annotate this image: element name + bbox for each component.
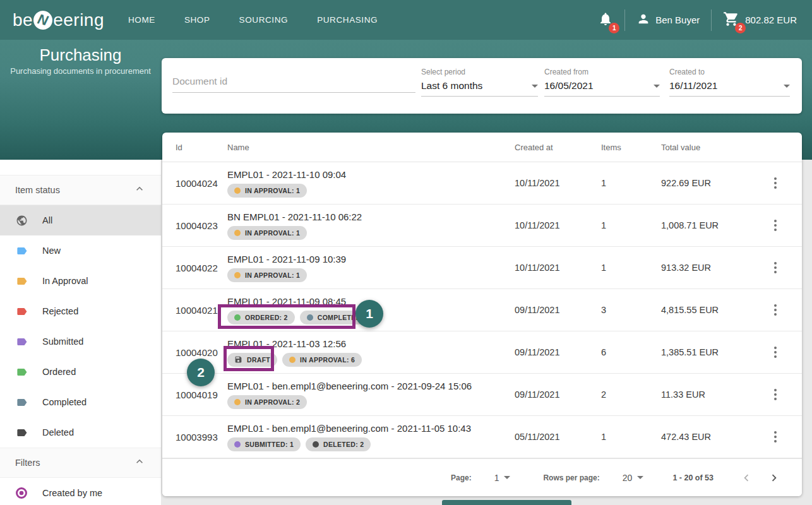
user-menu-button[interactable]: Ben Buyer — [636, 12, 700, 28]
logo-text-pre: be — [13, 10, 33, 30]
status-dot-icon — [234, 272, 241, 278]
row-menu-button[interactable] — [770, 216, 780, 235]
doc-id: 10004019 — [176, 389, 227, 400]
chevron-down-icon — [784, 85, 790, 88]
items-count: 3 — [601, 305, 661, 315]
doc-name: EMPL01 - 2021-11-09 10:39 — [227, 254, 515, 264]
person-icon — [636, 12, 650, 28]
notifications-button[interactable]: 1 — [598, 11, 613, 29]
notification-count-badge: 1 — [609, 23, 619, 33]
status-badge: IN APPROVAL: 1 — [227, 184, 307, 198]
status-badge: IN APPROVAL: 1 — [227, 226, 307, 240]
row-menu-button[interactable] — [770, 258, 780, 277]
table-row[interactable]: 10004019EMPL01 - ben.empl1@beneering.com… — [162, 374, 802, 416]
sidebar-item-label: Completed — [42, 397, 87, 407]
doc-id: 10004022 — [176, 263, 227, 273]
label-icon — [15, 365, 28, 378]
nav-menu: HOMESHOPSOURCINGPURCHASING — [128, 15, 378, 25]
cart-button[interactable]: 2 802.82 EUR — [723, 11, 797, 29]
nav-item-purchasing[interactable]: PURCHASING — [317, 15, 378, 25]
item-status-section-header[interactable]: Item status — [0, 175, 161, 205]
nav-item-shop[interactable]: SHOP — [184, 15, 210, 25]
logo-text-post: eering — [53, 10, 104, 30]
nav-item-home[interactable]: HOME — [128, 15, 155, 25]
rows-per-page-label: Rows per page: — [543, 473, 599, 482]
status-badge: IN APPROVAL: 1 — [227, 268, 307, 282]
annotation-callout-1: 1 — [355, 300, 383, 328]
table-row[interactable]: 10004024EMPL01 - 2021-11-10 09:04IN APPR… — [162, 162, 802, 205]
created-to-select[interactable]: Created to 16/11/2021 — [669, 68, 790, 97]
filters-section-header[interactable]: Filters — [0, 448, 161, 478]
period-value: Last 6 months — [421, 80, 482, 92]
status-badge: IN APPROVAL: 6 — [282, 353, 362, 367]
cart-total: 802.82 EUR — [745, 15, 797, 25]
total-value: 11.33 EUR — [661, 389, 762, 400]
prev-page-button[interactable] — [739, 470, 754, 485]
table-pagination: Page: 1 Rows per page: 20 1 - 20 of 53 — [162, 458, 802, 496]
sidebar-item-rejected[interactable]: Rejected — [0, 296, 161, 326]
sidebar-item-in-approval[interactable]: In Approval — [0, 266, 161, 296]
page-select[interactable]: 1 — [494, 473, 511, 483]
doc-id: 10004023 — [176, 220, 227, 231]
annotation-rect-2 — [224, 346, 274, 371]
sidebar-item-new[interactable]: New — [0, 235, 161, 266]
status-badge: SUBMITTED: 1 — [227, 437, 301, 451]
row-menu-button[interactable] — [770, 174, 780, 193]
chevron-down-icon — [504, 476, 510, 479]
created-from-select[interactable]: Created from 16/05/2021 — [544, 68, 660, 97]
total-value: 472.43 EUR — [661, 432, 762, 442]
next-page-button[interactable] — [767, 470, 782, 485]
table-row[interactable]: 10004022EMPL01 - 2021-11-09 10:39IN APPR… — [162, 247, 802, 289]
page-value: 1 — [494, 473, 499, 483]
filters-list: Created by me — [0, 478, 161, 505]
col-created-at: Created at — [515, 143, 601, 152]
app-logo[interactable]: beNeering — [13, 10, 104, 30]
sidebar-item-ordered[interactable]: Ordered — [0, 357, 161, 387]
sidebar-item-created-by-me[interactable]: Created by me — [0, 478, 161, 505]
pagination-range: 1 - 20 of 53 — [672, 473, 713, 482]
user-name: Ben Buyer — [655, 15, 700, 25]
label-icon — [15, 426, 28, 439]
page-title: Purchasing — [0, 45, 161, 65]
status-dot-icon — [234, 441, 241, 448]
nav-item-sourcing[interactable]: SOURCING — [239, 15, 289, 25]
status-dot-icon — [234, 187, 241, 194]
row-menu-button[interactable] — [770, 300, 780, 319]
table-row[interactable]: 10003993EMPL01 - ben.empl1@beneering.com… — [162, 416, 802, 458]
status-badge: IN APPROVAL: 2 — [227, 395, 307, 409]
table-header-row: Id Name Created at Items Total value — [162, 133, 802, 162]
page-subtitle: Purchasing documents in procurement — [0, 66, 161, 76]
sidebar-item-label: All — [42, 215, 52, 225]
label-icon — [15, 396, 28, 408]
doc-id: 10004020 — [176, 347, 227, 358]
total-value: 1,385.51 EUR — [661, 347, 762, 357]
chevron-down-icon — [532, 85, 538, 88]
sidebar-item-completed[interactable]: Completed — [0, 387, 161, 417]
row-menu-button[interactable] — [770, 385, 780, 404]
label-icon — [15, 305, 28, 318]
row-menu-button[interactable] — [770, 343, 780, 362]
created-from-label: Created from — [544, 68, 660, 76]
period-select[interactable]: Select period Last 6 months — [421, 68, 538, 97]
document-id-input[interactable] — [172, 76, 415, 93]
divider — [711, 9, 712, 31]
table-row[interactable]: 10004023BN EMPL01 - 2021-11-10 06:22IN A… — [162, 205, 802, 247]
filters-title: Filters — [15, 458, 40, 468]
col-total-value: Total value — [661, 143, 762, 152]
label-icon — [15, 275, 28, 287]
total-value: 4,815.55 EUR — [661, 305, 762, 315]
items-count: 1 — [601, 178, 661, 188]
nav-right: 1 Ben Buyer 2 802.82 EUR — [598, 9, 797, 31]
col-name: Name — [227, 143, 515, 152]
sidebar-item-all[interactable]: All — [0, 205, 161, 235]
row-menu-button[interactable] — [770, 427, 780, 446]
status-dot-icon — [234, 230, 241, 236]
cart-count-badge: 2 — [735, 23, 746, 33]
rows-per-page-select[interactable]: 20 — [623, 473, 644, 483]
sidebar-item-deleted[interactable]: Deleted — [0, 417, 161, 448]
sidebar-item-label: Ordered — [42, 367, 76, 377]
divider — [624, 9, 625, 31]
sidebar-item-submitted[interactable]: Submitted — [0, 326, 161, 357]
label-icon — [15, 244, 28, 257]
filter-bar: Select period Last 6 months Created from… — [162, 58, 802, 114]
